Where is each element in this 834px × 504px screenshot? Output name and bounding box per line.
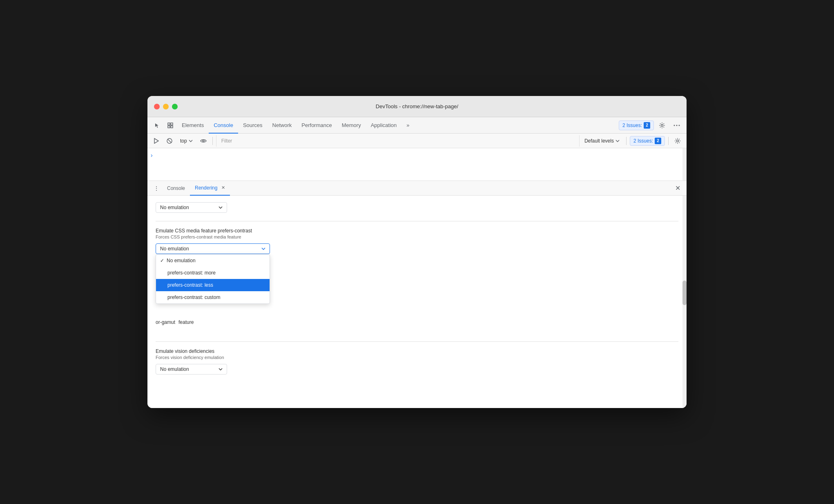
section-separator-1 [156, 221, 678, 221]
default-levels-button[interactable]: Default levels [581, 137, 623, 145]
first-emulation-section: No emulation [156, 202, 678, 213]
color-gamut-section: or-gamut feature [156, 319, 678, 325]
vision-desc: Forces vision deficiency emulation [156, 355, 678, 360]
dropdown-item-no-emulation[interactable]: No emulation [156, 254, 270, 267]
console-prompt[interactable]: › [151, 152, 153, 158]
prefers-contrast-desc: Forces CSS prefers-contrast media featur… [156, 234, 678, 239]
vision-dropdown[interactable]: No emulation [156, 364, 227, 375]
context-selector[interactable]: top [177, 137, 196, 145]
issues-badge[interactable]: 2 Issues: 2 [619, 120, 654, 130]
tabs-right-actions: 2 Issues: 2 [619, 119, 683, 132]
console-toolbar: top Default levels 2 Issues: 2 [147, 134, 687, 148]
bottom-tab-rendering[interactable]: Rendering ✕ [190, 181, 230, 196]
close-rendering-icon[interactable]: ✕ [221, 185, 225, 190]
tab-network[interactable]: Network [268, 117, 297, 134]
prefers-contrast-title: Emulate CSS media feature prefers-contra… [156, 228, 678, 234]
color-gamut-content: or-gamut feature [156, 319, 678, 325]
prefers-contrast-menu: No emulation prefers-contrast: more pref… [156, 254, 270, 304]
close-panel-button[interactable]: ✕ [672, 183, 683, 194]
svg-point-6 [676, 125, 678, 126]
vision-title: Emulate vision deficiencies [156, 348, 678, 354]
settings-icon[interactable] [656, 119, 669, 132]
toolbar-issues-icon: 2 [655, 138, 661, 144]
svg-line-9 [168, 139, 172, 143]
minimize-button[interactable] [163, 104, 169, 109]
console-scrollbar[interactable] [682, 148, 687, 181]
tab-application[interactable]: Application [366, 117, 402, 134]
color-gamut-desc-partial: feature [178, 319, 194, 325]
filter-wrapper [216, 135, 580, 147]
tab-console[interactable]: Console [209, 117, 238, 134]
console-output: › [147, 148, 687, 181]
toolbar-issues-badge[interactable]: 2 Issues: 2 [630, 136, 665, 146]
tab-more[interactable]: » [401, 117, 414, 134]
color-gamut-label-partial: or-gamut [156, 319, 175, 325]
rendering-content: No emulation Emulate CSS media feature p… [147, 196, 687, 408]
svg-point-4 [661, 124, 663, 126]
svg-point-11 [677, 140, 679, 142]
window-controls [154, 104, 178, 109]
prefers-contrast-dropdown[interactable]: No emulation [156, 243, 270, 254]
toolbar-divider-2 [626, 137, 627, 145]
toolbar-settings-icon[interactable] [672, 135, 683, 147]
first-emulation-dropdown[interactable]: No emulation [156, 202, 227, 213]
toolbar-divider [212, 137, 213, 145]
panel-menu-icon[interactable]: ⋮ [151, 183, 162, 194]
section-separator-2 [156, 341, 678, 342]
dropdown-item-more[interactable]: prefers-contrast: more [156, 267, 270, 279]
dropdown-item-less[interactable]: prefers-contrast: less [156, 279, 270, 291]
svg-rect-2 [168, 126, 170, 128]
eye-icon[interactable] [198, 135, 209, 147]
cursor-icon[interactable] [151, 119, 164, 132]
close-button[interactable] [154, 104, 160, 109]
svg-point-5 [674, 125, 675, 126]
run-icon[interactable] [151, 135, 162, 147]
bottom-tabs-bar: ⋮ Console Rendering ✕ ✕ [147, 181, 687, 196]
svg-point-10 [203, 140, 204, 142]
tab-memory[interactable]: Memory [337, 117, 366, 134]
prefers-contrast-section: Emulate CSS media feature prefers-contra… [156, 228, 678, 254]
devtools-window: DevTools - chrome://new-tab-page/ Elemen… [147, 96, 687, 408]
svg-point-7 [679, 125, 680, 126]
tab-sources[interactable]: Sources [238, 117, 268, 134]
color-gamut-partial: or-gamut [156, 319, 175, 325]
svg-rect-0 [168, 123, 170, 125]
tab-elements[interactable]: Elements [177, 117, 209, 134]
issues-icon: 2 [644, 122, 650, 129]
maximize-button[interactable] [172, 104, 178, 109]
block-icon[interactable] [164, 135, 175, 147]
scrollbar-thumb[interactable] [682, 281, 687, 305]
main-tabs-bar: Elements Console Sources Network Perform… [147, 117, 687, 134]
more-options-icon[interactable] [670, 119, 683, 132]
filter-input[interactable] [218, 136, 578, 146]
bottom-panel: ⋮ Console Rendering ✕ ✕ No emulation [147, 181, 687, 408]
dropdown-item-custom[interactable]: prefers-contrast: custom [156, 291, 270, 303]
title-bar: DevTools - chrome://new-tab-page/ [147, 96, 687, 117]
bottom-tab-console[interactable]: Console [162, 181, 190, 196]
svg-rect-1 [171, 123, 173, 125]
window-title: DevTools - chrome://new-tab-page/ [376, 103, 458, 109]
panel-scrollbar[interactable] [682, 196, 687, 408]
svg-rect-3 [171, 126, 173, 128]
tab-performance[interactable]: Performance [297, 117, 337, 134]
vision-deficiencies-section: Emulate vision deficiencies Forces visio… [156, 348, 678, 375]
inspect-icon[interactable] [164, 119, 177, 132]
toolbar-divider-3 [668, 137, 669, 145]
